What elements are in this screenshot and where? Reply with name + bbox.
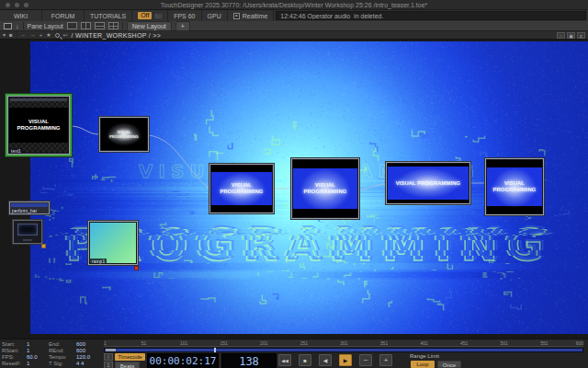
title-bar: TouchDesigner 2025.30770: /Users/krata/D… [0,0,588,10]
touchdesigner-window: TouchDesigner 2025.30770: /Users/krata/D… [0,0,588,368]
field-value[interactable]: 60.0 [27,354,49,361]
node-monitor-a-preview: VISUAL PROGRAMMING [211,166,272,212]
layout-split-vertical-icon[interactable] [81,22,91,29]
new-layout-tab[interactable]: New Layout [127,21,172,31]
timeline-ruler[interactable]: 151101151201251301351401451501551600 [104,339,583,347]
preview-text: VISUAL PROGRAMMING [293,160,357,217]
node-ramp1-preview [90,223,136,263]
error-flag-icon[interactable] [134,266,139,270]
forum-button[interactable]: FORUM [42,10,85,21]
field-label: Tempo: [49,354,76,361]
pane-dock-icon[interactable]: ↓ [16,23,19,29]
node-monitor-wide[interactable]: VISUAL PROGRAMMING [386,162,470,204]
node-monitor-right-preview: VISUAL PROGRAMMING [487,160,542,213]
bookmark-icon[interactable]: ★ [46,32,51,38]
ruler-tick: 451 [460,340,468,346]
window-controls [6,3,28,7]
pane-window-icon[interactable] [4,23,12,29]
separator [122,22,123,29]
wiki-button[interactable]: WIKI [0,10,42,21]
field-value[interactable]: 600 [76,348,102,354]
zoom-window-icon[interactable] [24,3,28,7]
tutorials-button[interactable]: TUTORIALS [85,10,132,21]
playhead[interactable] [214,348,216,352]
beats-mode-button[interactable]: 1 [104,362,113,368]
separator [17,31,17,39]
window-title: TouchDesigner 2025.30770: /Users/krata/D… [0,2,588,8]
add-icon[interactable]: + [40,32,43,38]
search-icon[interactable] [55,33,60,38]
pane-option-1-icon[interactable]: ○ [557,32,565,39]
node-text1[interactable]: VISUAL PROGRAMMING text1 [7,96,70,155]
timecode-mode-button[interactable]: / [104,353,113,361]
ruler-tick: 600 [576,340,583,346]
node-label: ramp1 [90,259,107,264]
play-reverse-button[interactable]: ◀ [319,354,332,366]
fps-indicator: FPS 60 [168,10,201,21]
realtime-label: Realtime [243,13,268,19]
ruler-tick: 1 [104,340,107,346]
transport-controls: ◀◀ ■ ◀ ▶ − + [278,354,392,366]
layout-quad-icon[interactable] [108,22,119,29]
preview-text: VISUAL PROGRAMMING [487,160,542,213]
node-label: perform_bar [12,208,37,213]
ruler-tick: 151 [220,340,228,346]
step-back-button[interactable]: − [359,354,372,366]
status-message: 12:42:46 Operator audio_in deleted. [276,11,586,20]
jump-to-start-button[interactable]: ◀◀ [278,354,291,366]
realtime-toggle[interactable]: × Realtime [228,10,275,21]
field-value[interactable]: 600 [76,341,102,348]
node-monitor-comp[interactable] [13,220,42,244]
close-window-icon[interactable] [6,3,10,7]
field-value[interactable]: 1 [27,348,49,354]
pane-option-2-icon[interactable]: ▣ [567,32,575,39]
minimize-window-icon[interactable] [15,3,19,7]
node-monitor-right[interactable]: VISUAL PROGRAMMING [485,158,544,215]
pane-option-3-icon[interactable]: ≡ [577,32,585,39]
node-monitor-b[interactable]: VISUAL PROGRAMMING [291,158,359,219]
gpu-indicator[interactable]: GPU [202,10,228,21]
timeline-range-bar[interactable] [104,348,583,352]
stop-icon[interactable]: ■ [9,32,13,38]
field-label: RStart: [2,348,27,354]
fps-limit-value: 60 [154,13,162,19]
realtime-checkbox-icon[interactable]: × [233,13,240,19]
fps-limit-off-button[interactable]: Off [138,12,152,19]
network-editor[interactable]: VISUAL PROGRAMMING text1 VISUAL PROGRAMM… [0,40,588,339]
back-icon[interactable]: ← [21,32,27,38]
field-value[interactable]: 4 4 [76,361,102,367]
node-monitor-a[interactable]: VISUAL PROGRAMMING [209,164,274,213]
layout-single-icon[interactable] [67,22,77,29]
jump-icon[interactable]: ↩ [63,32,68,38]
node-spotlight[interactable]: VISUAL PROGRAMMING [99,117,149,152]
preview-text: VISUAL PROGRAMMING [211,166,272,212]
network-path[interactable]: / WINTER_WORKSHOP / >> [72,32,162,39]
forward-icon[interactable]: → [30,32,36,38]
node-ramp1[interactable]: ramp1 [88,221,138,265]
beats-tab[interactable]: Beats [115,362,140,368]
field-value[interactable]: 1 [27,341,49,348]
once-button[interactable]: Once [437,361,461,368]
node-perform-bar[interactable]: perform_bar [9,201,50,214]
field-value[interactable]: 120.0 [76,354,102,361]
ruler-tick: 301 [340,340,347,346]
node-text1-preview: VISUAL PROGRAMMING [9,98,68,153]
step-forward-button[interactable]: + [379,354,392,366]
range-start-handle[interactable] [106,349,116,351]
preview-text: VISUAL PROGRAMMING [101,119,147,150]
ruler-tick: 101 [180,340,187,346]
window-flag-icon[interactable] [41,244,46,248]
node-label: text1 [9,148,23,154]
field-label: Start: [2,341,27,348]
stop-button[interactable]: ■ [299,354,311,366]
field-value[interactable]: 1 [27,361,49,367]
pane-type-dropdown-icon[interactable]: ▾ [3,32,6,38]
timecode-tab[interactable]: Timecode [115,353,145,361]
loop-button[interactable]: Loop [411,361,435,368]
ruler-tick: 551 [540,340,548,346]
play-button[interactable]: ▶ [339,354,352,366]
layout-split-horizontal-icon[interactable] [95,22,105,29]
ruler-tick: 351 [380,340,388,346]
add-layout-button[interactable]: + [175,21,190,31]
menu-bar: WIKI FORUM TUTORIALS Off 60 FPS 60 GPU ×… [0,10,588,21]
